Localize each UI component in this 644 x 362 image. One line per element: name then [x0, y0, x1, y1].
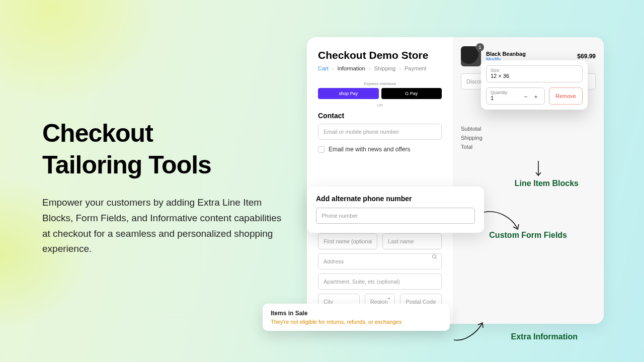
sale-body: They're not eligible for returns, refund…: [271, 319, 442, 325]
breadcrumb: Cart › Information › Shipping › Payment: [318, 65, 442, 71]
alt-phone-heading: Add alternate phone number: [316, 195, 475, 203]
cost-summary: Subtotal Shipping Total: [461, 126, 596, 150]
or-divider: OR: [318, 103, 442, 108]
sale-title: Items in Sale: [271, 310, 442, 317]
search-icon: [432, 254, 438, 260]
alt-phone-input[interactable]: [316, 208, 475, 224]
arrow-icon: [452, 320, 487, 342]
svg-point-0: [433, 255, 436, 258]
email-input[interactable]: [318, 124, 442, 140]
product-price: $69.99: [577, 53, 596, 60]
page-subtitle: Empower your customers by adding Extra L…: [42, 195, 284, 257]
crumb-information[interactable]: Information: [338, 65, 365, 71]
plus-icon[interactable]: +: [532, 93, 539, 101]
store-title: Checkout Demo Store: [318, 49, 442, 61]
newsletter-checkbox[interactable]: [318, 146, 325, 153]
first-name-input[interactable]: [318, 233, 377, 249]
page-title: Checkout Tailoring Tools: [42, 118, 284, 181]
address-input[interactable]: [318, 253, 442, 269]
svg-line-1: [436, 258, 437, 259]
product-thumb: 1: [461, 46, 481, 66]
crumb-shipping[interactable]: Shipping: [374, 65, 395, 71]
last-name-input[interactable]: [382, 233, 442, 249]
marketing-copy: Checkout Tailoring Tools Empower your cu…: [42, 118, 284, 257]
modify-popover: Size 12 × 36 Quantity 1 − + Remove: [481, 60, 588, 110]
callout-line-item: Line Item Blocks: [515, 179, 579, 188]
crumb-cart[interactable]: Cart: [318, 65, 329, 71]
product-name: Black Beanbag: [486, 51, 572, 57]
arrow-icon: [534, 161, 542, 178]
quantity-stepper[interactable]: Quantity 1 − +: [486, 87, 545, 105]
shop-pay-button[interactable]: shop Pay: [318, 88, 379, 99]
chevron-down-icon: ⌄: [387, 295, 391, 300]
remove-button[interactable]: Remove: [549, 87, 583, 105]
gpay-button[interactable]: G Pay: [381, 88, 442, 99]
arrow-icon: [483, 209, 523, 232]
crumb-payment[interactable]: Payment: [405, 65, 426, 71]
qty-badge: 1: [476, 43, 484, 51]
express-checkout-label: Express checkout: [318, 81, 442, 86]
alt-phone-card: Add alternate phone number: [307, 187, 484, 233]
newsletter-label: Email me with news and offers: [329, 146, 411, 153]
apartment-input[interactable]: [318, 274, 442, 290]
contact-heading: Contact: [318, 112, 442, 120]
size-field[interactable]: Size 12 × 36: [486, 65, 583, 82]
sale-info-card: Items in Sale They're not eligible for r…: [263, 304, 450, 331]
minus-icon[interactable]: −: [522, 93, 529, 101]
checkout-main: Checkout Demo Store Cart › Information ›…: [307, 37, 453, 324]
callout-extra-info: Extra Information: [511, 332, 578, 341]
